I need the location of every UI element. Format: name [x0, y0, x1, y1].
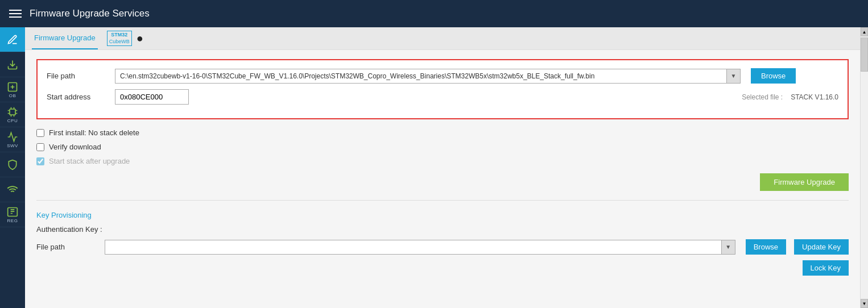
- main-layout: OB CPU SWV: [0, 27, 868, 308]
- start-stack-checkbox[interactable]: [36, 157, 44, 165]
- tab-bar: Firmware Upgrade STM32 CubeWB ●: [25, 27, 860, 50]
- app-title: Firmware Upgrade Services: [30, 8, 150, 19]
- ob-label: OB: [9, 93, 16, 98]
- file-path-label: File path: [47, 72, 109, 80]
- reg-label: REG: [7, 218, 18, 223]
- ob-icon: [7, 81, 18, 93]
- github-icon[interactable]: ●: [137, 32, 143, 45]
- start-stack-label[interactable]: Start stack after upgrade: [49, 157, 130, 165]
- selected-file-value: STACK V1.16.0: [791, 93, 838, 101]
- sidebar-item-edit[interactable]: [0, 27, 25, 52]
- swv-icon: [7, 131, 18, 143]
- firmware-upgrade-btn-area: Firmware Upgrade: [36, 171, 849, 191]
- start-address-row: Start address Selected file : STACK V1.1…: [47, 89, 838, 105]
- sidebar-item-shield[interactable]: [0, 152, 25, 177]
- menu-icon[interactable]: [9, 10, 22, 18]
- selected-file-label: Selected file :: [742, 93, 783, 101]
- stm-cube-logo-area: STM32 CubeWB ●: [107, 31, 143, 46]
- edit-icon: [7, 34, 18, 45]
- auth-key-label: Authentication Key :: [36, 225, 849, 234]
- file-path-combo: ▼: [115, 69, 741, 84]
- cpu-label: CPU: [7, 118, 18, 123]
- key-provisioning-section: Key Provisioning Authentication Key : Fi…: [36, 200, 849, 276]
- firmware-file-section: File path ▼ Browse Start address Selecte…: [36, 59, 849, 119]
- sidebar: OB CPU SWV: [0, 27, 25, 308]
- app-header: Firmware Upgrade Services: [0, 0, 868, 27]
- sidebar-item-ob[interactable]: OB: [0, 77, 25, 102]
- download-icon: [7, 59, 18, 70]
- first-install-label[interactable]: First install: No stack delete: [49, 128, 139, 137]
- sidebar-item-swv[interactable]: SWV: [0, 127, 25, 152]
- sidebar-item-download[interactable]: [0, 52, 25, 77]
- sidebar-item-signal[interactable]: [0, 177, 25, 202]
- stm-cube-logo: STM32 CubeWB: [107, 31, 132, 46]
- key-provisioning-title: Key Provisioning: [36, 211, 849, 219]
- reg-icon: [7, 206, 18, 218]
- firmware-upgrade-button[interactable]: Firmware Upgrade: [760, 173, 849, 191]
- signal-icon: [7, 184, 18, 195]
- scrollbar-up-arrow[interactable]: ▲: [861, 27, 868, 36]
- start-stack-row: Start stack after upgrade: [36, 157, 849, 165]
- key-file-path-row: File path ▼ Browse Update Key: [36, 239, 849, 255]
- key-file-combo: ▼: [105, 240, 735, 255]
- tab-firmware-upgrade-label: Firmware Upgrade: [34, 34, 96, 42]
- main-panel: File path ▼ Browse Start address Selecte…: [25, 50, 860, 285]
- scrollbar-down-arrow[interactable]: ▼: [861, 299, 868, 308]
- sidebar-item-reg[interactable]: REG: [0, 202, 25, 227]
- file-path-input[interactable]: [115, 69, 726, 83]
- swv-label: SWV: [7, 143, 18, 148]
- content-area: Firmware Upgrade STM32 CubeWB ● File pat…: [25, 27, 860, 308]
- shield-icon: [7, 159, 18, 170]
- tab-firmware-upgrade[interactable]: Firmware Upgrade: [32, 27, 98, 49]
- file-path-row: File path ▼ Browse: [47, 68, 838, 84]
- sidebar-item-cpu[interactable]: CPU: [0, 102, 25, 127]
- key-file-path-input[interactable]: [105, 240, 721, 254]
- verify-download-row: Verify download: [36, 143, 849, 151]
- svg-rect-1: [10, 109, 15, 115]
- first-install-row: First install: No stack delete: [36, 128, 849, 137]
- verify-download-checkbox[interactable]: [36, 143, 44, 151]
- start-address-input[interactable]: [115, 89, 189, 105]
- key-file-dropdown-arrow[interactable]: ▼: [721, 240, 735, 254]
- lock-key-row: Lock Key: [36, 260, 849, 276]
- cpu-icon: [7, 106, 18, 118]
- verify-download-label[interactable]: Verify download: [49, 143, 101, 151]
- browse-key-button[interactable]: Browse: [746, 239, 786, 255]
- firmware-browse-button[interactable]: Browse: [751, 68, 796, 84]
- update-key-button[interactable]: Update Key: [794, 239, 849, 255]
- scrollbar[interactable]: ▲ ▼: [860, 27, 868, 308]
- key-file-path-label: File path: [36, 243, 99, 251]
- scrollbar-track: [861, 36, 868, 299]
- start-address-label: Start address: [47, 93, 109, 101]
- file-path-dropdown-arrow[interactable]: ▼: [726, 69, 740, 83]
- scrollbar-thumb[interactable]: [861, 38, 868, 72]
- first-install-checkbox[interactable]: [36, 129, 44, 137]
- lock-key-button[interactable]: Lock Key: [803, 260, 849, 276]
